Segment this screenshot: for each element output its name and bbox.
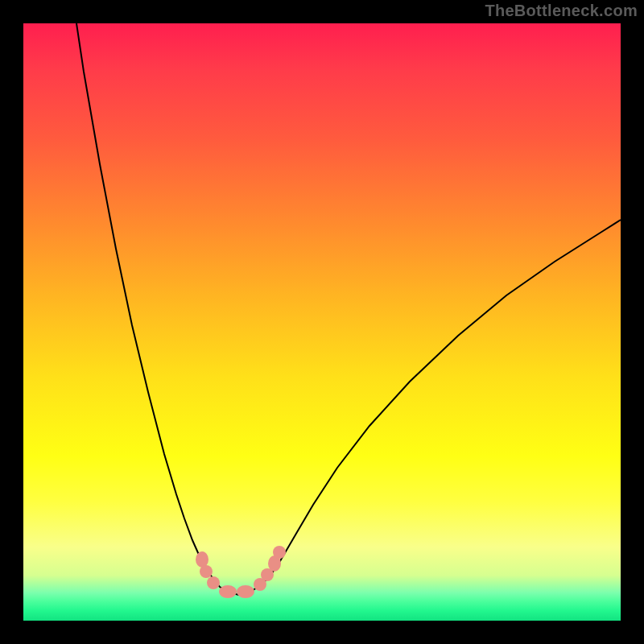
- plot-area: [23, 23, 621, 621]
- background-gradient: [23, 23, 621, 592]
- bottom-band: [23, 592, 621, 621]
- watermark-text: TheBottleneck.com: [485, 2, 638, 20]
